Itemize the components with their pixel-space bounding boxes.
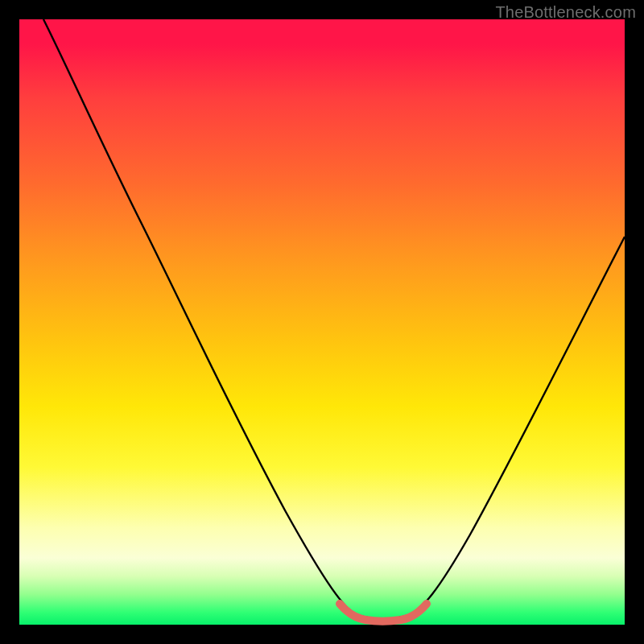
chart-svg: [19, 19, 625, 625]
bottleneck-curve: [43, 19, 625, 619]
trough-marker: [340, 604, 427, 621]
chart-frame: TheBottleneck.com: [0, 0, 644, 644]
plot-area: [19, 19, 625, 625]
watermark-text: TheBottleneck.com: [495, 3, 636, 22]
